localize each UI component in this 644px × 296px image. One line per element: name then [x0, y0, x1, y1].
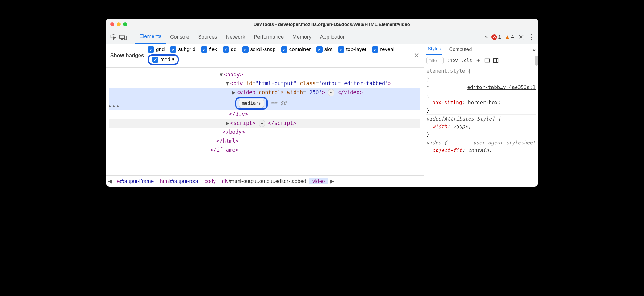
- badges-grid: ✓grid ✓subgrid ✓flex ✓ad ✓scroll-snap ✓c…: [148, 46, 410, 65]
- badge-grid[interactable]: ✓grid: [148, 46, 165, 53]
- tab-sources[interactable]: Sources: [194, 30, 221, 44]
- checkbox-icon: ✓: [170, 46, 176, 53]
- more-tabs-icon[interactable]: »: [485, 34, 488, 40]
- dom-line[interactable]: </body>: [109, 128, 420, 137]
- badge-media-highlighted[interactable]: ✓media: [148, 54, 179, 65]
- devtools-window: DevTools - developer.mozilla.org/en-US/d…: [106, 19, 538, 187]
- rule-selector: element.style {: [426, 68, 471, 74]
- minimize-icon[interactable]: [117, 22, 121, 26]
- badge-top-layer[interactable]: ✓top-layer: [338, 46, 366, 53]
- inspect-icon[interactable]: [109, 33, 118, 41]
- breadcrumb-item[interactable]: div#html-output.output.editor-tabbed: [219, 178, 309, 184]
- device-toggle-icon[interactable]: [119, 33, 128, 41]
- svg-rect-2: [125, 36, 127, 40]
- ua-stylesheet-label: user agent stylesheet: [473, 139, 536, 147]
- hov-toggle[interactable]: :hov: [447, 58, 458, 63]
- svg-rect-6: [494, 58, 498, 62]
- dom-tree[interactable]: ••• ▼<body> ▼<div id="html-output" class…: [106, 68, 424, 175]
- new-rule-icon[interactable]: ＋: [475, 56, 481, 65]
- more-tabs-icon[interactable]: »: [533, 47, 536, 52]
- titlebar[interactable]: DevTools - developer.mozilla.org/en-US/d…: [106, 19, 538, 30]
- close-icon[interactable]: [110, 22, 114, 26]
- dom-line[interactable]: </html>: [109, 137, 420, 146]
- badge-flex[interactable]: ✓flex: [201, 46, 217, 53]
- rule-brace: }: [426, 130, 536, 138]
- toolbar-right: » ✕ 1 ▲ 4 ⋮: [485, 33, 535, 41]
- styles-controls: Filter :hov .cls ＋: [424, 55, 538, 66]
- tab-performance[interactable]: Performance: [249, 30, 288, 44]
- badge-scroll-snap[interactable]: ✓scroll-snap: [242, 46, 276, 53]
- checkbox-icon: ✓: [223, 46, 229, 53]
- warning-icon: ▲: [505, 34, 510, 40]
- ellipsis-icon[interactable]: ⋯: [328, 89, 334, 96]
- css-property[interactable]: width: [432, 124, 447, 129]
- scrollbar[interactable]: [535, 56, 538, 66]
- dom-line[interactable]: ▶<script> ⋯ </script>: [109, 119, 420, 128]
- styles-rules[interactable]: element.style { } * editor-tabb…v=4ae353…: [424, 66, 538, 187]
- badges-label: Show badges: [110, 52, 148, 59]
- badge-ad[interactable]: ✓ad: [223, 46, 237, 53]
- badge-reveal[interactable]: ✓reveal: [372, 46, 394, 53]
- rule-selector: video[Attributes Style] {: [426, 116, 501, 122]
- content-area: Show badges ✓grid ✓subgrid ✓flex ✓ad ✓sc…: [106, 44, 538, 187]
- svg-rect-5: [485, 59, 489, 62]
- dom-line-badge[interactable]: media == $0: [109, 97, 420, 110]
- svg-point-3: [520, 36, 522, 38]
- error-count[interactable]: ✕ 1: [491, 34, 501, 40]
- cls-toggle[interactable]: .cls: [461, 58, 472, 63]
- css-value[interactable]: : 250px;: [447, 124, 471, 129]
- zoom-icon[interactable]: [123, 22, 127, 26]
- filter-input[interactable]: Filter: [426, 57, 444, 64]
- tab-network[interactable]: Network: [222, 30, 249, 44]
- styles-panel: Styles Computed » Filter :hov .cls ＋ ele…: [424, 44, 538, 187]
- css-property[interactable]: box-sizing: [432, 99, 462, 105]
- inspect-small-icon: [257, 101, 261, 105]
- checkbox-icon: ✓: [242, 46, 249, 53]
- ellipsis-icon[interactable]: ⋯: [259, 120, 265, 127]
- breadcrumb-item[interactable]: body: [201, 178, 219, 184]
- badge-container[interactable]: ✓container: [281, 46, 311, 53]
- media-badge-highlighted[interactable]: media: [235, 97, 267, 110]
- badge-slot[interactable]: ✓slot: [316, 46, 332, 53]
- breadcrumb-item[interactable]: e#output-iframe: [114, 178, 157, 184]
- checkbox-icon: ✓: [372, 46, 378, 53]
- tab-styles[interactable]: Styles: [426, 44, 442, 55]
- tab-memory[interactable]: Memory: [288, 30, 316, 44]
- checkbox-icon: ✓: [338, 46, 344, 53]
- breadcrumb-item[interactable]: html#output-root: [157, 178, 201, 184]
- breadcrumb-left-icon[interactable]: ◀: [106, 178, 114, 184]
- settings-icon[interactable]: [518, 34, 525, 40]
- checkbox-icon: ✓: [148, 46, 154, 53]
- dom-line[interactable]: ▼<body>: [109, 70, 420, 79]
- tab-console[interactable]: Console: [166, 30, 194, 44]
- dom-line[interactable]: </div>: [109, 110, 420, 119]
- tab-elements[interactable]: Elements: [135, 30, 166, 44]
- breadcrumbs: ◀ e#output-iframe html#output-root body …: [106, 175, 424, 187]
- svg-rect-1: [120, 35, 124, 38]
- elements-panel: Show badges ✓grid ✓subgrid ✓flex ✓ad ✓sc…: [106, 44, 424, 187]
- dom-line[interactable]: </iframe>: [109, 146, 420, 154]
- close-badges-icon[interactable]: ✕: [410, 52, 419, 60]
- rule-brace: }: [426, 75, 536, 83]
- checkbox-icon: ✓: [316, 46, 323, 53]
- warning-count[interactable]: ▲ 4: [505, 34, 514, 40]
- dom-line[interactable]: ▼<div id="html-output" class="output edi…: [109, 79, 420, 88]
- breadcrumb-item-selected[interactable]: video: [309, 178, 328, 184]
- css-value[interactable]: : contain;: [462, 147, 492, 153]
- css-value[interactable]: : border-box;: [462, 99, 501, 105]
- dom-line-selected[interactable]: ▶<video controls width="250"> ⋯ </video>: [109, 88, 420, 97]
- rule-source-link[interactable]: editor-tabb…v=4ae353a:1: [467, 84, 536, 91]
- kebab-menu-icon[interactable]: ⋮: [528, 33, 535, 41]
- tab-computed[interactable]: Computed: [448, 44, 473, 55]
- tab-application[interactable]: Application: [316, 30, 350, 44]
- css-property[interactable]: object-fit: [432, 147, 462, 153]
- toggle-sidebar-icon[interactable]: [493, 58, 499, 63]
- rule-brace: }: [426, 107, 536, 114]
- window-title: DevTools - developer.mozilla.org/en-US/d…: [130, 22, 534, 27]
- gutter-ellipsis-icon: •••: [108, 101, 120, 112]
- badge-subgrid[interactable]: ✓subgrid: [170, 46, 195, 53]
- breadcrumb-right-icon[interactable]: ▶: [328, 178, 336, 184]
- sidebar-tabs: Styles Computed »: [424, 44, 538, 55]
- computed-sidebar-icon[interactable]: [484, 58, 490, 63]
- rule-brace: {: [426, 91, 536, 99]
